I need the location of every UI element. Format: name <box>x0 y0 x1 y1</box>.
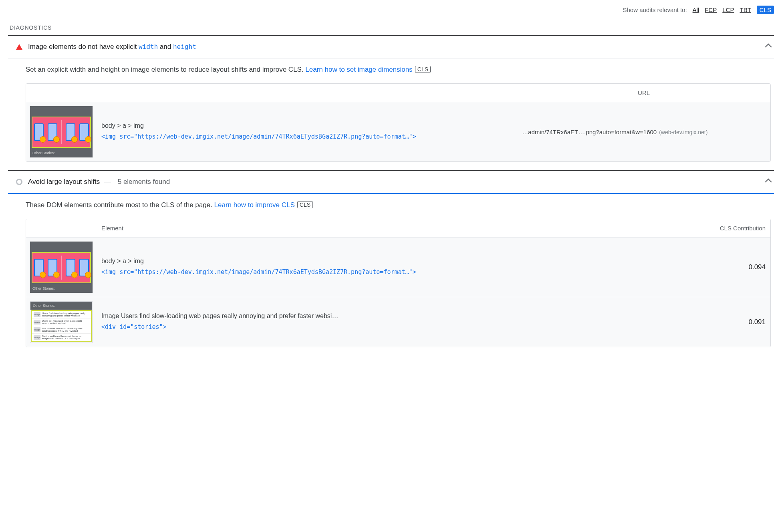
cls-value: 0.094 <box>690 238 770 297</box>
element-selector: body > a > img <box>101 122 512 129</box>
learn-more-link[interactable]: Learn how to improve CLS <box>214 201 295 209</box>
dash: — <box>104 178 111 185</box>
audit-title: Image elements do not have explicit widt… <box>28 43 196 51</box>
warning-triangle-icon <box>16 44 22 50</box>
table-row[interactable]: Other Stories: ImageUsers find slow-load… <box>26 297 770 347</box>
audit-title: Avoid large layout shifts — 5 elements f… <box>28 178 170 186</box>
col-thumb <box>26 84 97 102</box>
thumb-label: Other Stories: <box>30 149 93 157</box>
story-line: Users find slow-loading web pages really… <box>42 312 89 317</box>
cls-badge: CLS <box>415 66 431 73</box>
audit-description: These DOM elements contribute most to th… <box>8 194 774 216</box>
section-title: DIAGNOSTICS <box>10 24 774 31</box>
filter-all[interactable]: All <box>693 6 699 13</box>
element-thumbnail: Other Stories: <box>30 242 93 293</box>
filter-bar: Show audits relevant to: All FCP LCP TBT… <box>8 4 774 19</box>
code-height: height <box>173 43 196 50</box>
audit-subtitle: 5 elements found <box>118 178 170 185</box>
col-cls: CLS Contribution <box>690 219 770 238</box>
learn-more-link[interactable]: Learn how to set image dimensions <box>305 66 412 73</box>
audit-table: URL Other Stories: body > a > img <box>26 83 771 162</box>
col-element <box>97 84 517 102</box>
thumb-label: Other Stories: <box>30 285 93 293</box>
cls-value: 0.091 <box>690 297 770 347</box>
chevron-up-icon <box>765 179 772 185</box>
element-code: <img src="https://web-dev.imgix.net/imag… <box>101 132 512 141</box>
filter-tbt[interactable]: TBT <box>740 6 751 13</box>
story-line: Setting width and height attributes on i… <box>42 335 89 340</box>
thumb-header: Other Stories: <box>30 302 92 310</box>
audit-title-text: Image elements do not have explicit <box>28 43 139 50</box>
col-url: URL <box>517 84 770 102</box>
audit-table-cls: Element CLS Contribution Other Stories: <box>26 219 771 347</box>
filter-cls[interactable]: CLS <box>757 6 774 14</box>
col-thumb <box>26 219 97 238</box>
audit-description: Set an explicit width and height on imag… <box>8 58 774 80</box>
filter-fcp[interactable]: FCP <box>705 6 717 13</box>
element-url[interactable]: …admin/74TRx6aET….png?auto=format&w=1600 <box>522 129 657 135</box>
element-thumbnail: Other Stories: ImageUsers find slow-load… <box>30 301 93 343</box>
chevron-up-icon <box>765 44 772 50</box>
element-url-host: (web-dev.imgix.net) <box>659 129 707 135</box>
code-width: width <box>139 43 158 50</box>
table-row[interactable]: Other Stories: body > a > img <img src="… <box>26 238 770 297</box>
col-element: Element <box>97 219 690 238</box>
filter-label: Show audits relevant to: <box>623 6 687 13</box>
audit-desc-text: Set an explicit width and height on imag… <box>26 66 305 73</box>
element-thumbnail: Other Stories: <box>30 106 93 157</box>
audit-title-text: Avoid large layout shifts <box>28 178 100 185</box>
info-circle-icon <box>16 179 22 185</box>
story-line: Users get frustrated when pages shift ar… <box>42 320 89 324</box>
story-line: The bfcache can avoid repeating slow loa… <box>42 327 89 332</box>
element-selector: body > a > img <box>101 258 685 265</box>
element-selector: Image Users find slow-loading web pages … <box>101 312 685 320</box>
table-row[interactable]: Other Stories: body > a > img <img src="… <box>26 102 770 162</box>
audit-desc-text: These DOM elements contribute most to th… <box>26 201 214 209</box>
audit-title-mid: and <box>158 43 173 50</box>
audit-header-image-size[interactable]: Image elements do not have explicit widt… <box>8 36 774 58</box>
filter-lcp[interactable]: LCP <box>722 6 734 13</box>
element-code: <div id="stories"> <box>101 322 685 332</box>
audit-header-layout-shifts[interactable]: Avoid large layout shifts — 5 elements f… <box>8 171 774 193</box>
element-code: <img src="https://web-dev.imgix.net/imag… <box>101 267 685 277</box>
cls-badge: CLS <box>297 201 313 208</box>
